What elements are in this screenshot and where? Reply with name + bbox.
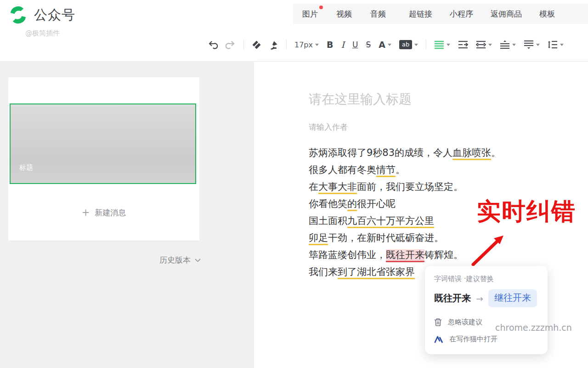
menu-item-miniprogram[interactable]: 小程序 [450, 9, 473, 19]
page-title: 公众号 [34, 6, 75, 24]
align-icon [434, 40, 444, 49]
toolbar-separator [286, 40, 287, 50]
plus-icon: + [82, 208, 90, 218]
indent-button[interactable] [458, 40, 468, 49]
text-segment: 很开心呢 [357, 198, 396, 209]
chevron-down-icon [560, 44, 564, 46]
red-arrow-icon [467, 231, 509, 269]
new-message-button[interactable]: + 新建消息 [8, 207, 199, 218]
popup-header: 字词错误 ·建议替换 [434, 275, 538, 283]
writingcat-logo-icon [434, 335, 443, 343]
undo-button[interactable] [208, 40, 218, 49]
suggestion-row: 既往开来 → 继往开来 [434, 289, 538, 307]
menu-item-hyperlink[interactable]: 超链接 [409, 9, 432, 19]
line-height-icon [548, 40, 558, 49]
open-in-writingcat-button[interactable]: 在写作猫中打开 [434, 335, 538, 344]
chevron-down-icon [315, 44, 319, 46]
text-line[interactable]: 在大事大非面前，我们要立场坚定。 [309, 178, 501, 196]
brand: 公众号 [8, 5, 75, 25]
format-painter-button[interactable] [269, 40, 278, 50]
italic-button[interactable]: I [341, 40, 345, 50]
align-button[interactable] [434, 40, 450, 49]
toolbar-separator [243, 40, 244, 50]
text-segment: 面前，我们要立场坚定。 [357, 181, 463, 192]
eraser-icon [252, 40, 261, 50]
brush-icon [269, 40, 278, 50]
text-line[interactable]: 很多人都有冬奥情节。 [309, 161, 501, 178]
indent-icon [458, 40, 468, 49]
chevron-down-icon [488, 44, 492, 46]
font-size-select[interactable]: 17px [294, 40, 319, 49]
text-segment: 筚路蓝缕创伟业， [309, 249, 386, 260]
tool-menu: 超链接 小程序 返佣商品 模板 [404, 4, 588, 24]
official-account-logo-icon [8, 5, 28, 25]
menu-item-image[interactable]: 图片 [302, 9, 318, 19]
error-underlined-word[interactable]: 九百六十万平方公里 [347, 215, 434, 228]
insert-menu: 图片 视频 音频 [293, 4, 413, 24]
suggestion-button[interactable]: 继往开来 [488, 289, 537, 307]
text-segment: 你看他笑 [309, 198, 347, 209]
redo-icon [226, 40, 236, 49]
text-segment: 。 [396, 164, 405, 175]
line-height-button[interactable] [548, 40, 564, 49]
font-color-button[interactable]: A [379, 40, 391, 50]
error-underlined-word[interactable]: 血脉喷张 [452, 147, 491, 160]
message-card[interactable]: 标题 + 新建消息 [8, 77, 199, 241]
spacing-button[interactable] [476, 40, 492, 49]
text-segment: 苏炳添取得了9秒83的成绩，令人 [309, 147, 452, 158]
text-line[interactable]: 国土面积九百六十万平方公里 [309, 213, 501, 230]
chevron-down-icon [536, 44, 540, 46]
author-input[interactable]: 请输入作者 [309, 122, 348, 132]
error-underlined-word[interactable]: 到了湖北省张家界 [338, 266, 415, 279]
wrong-word: 既往开来 [434, 292, 471, 305]
text-line[interactable]: 你看他笑的很开心呢 [309, 196, 501, 213]
wechat-official-account-editor: 公众号 @极简插件 图片 视频 音频 超链接 小程序 返佣商品 模板 [0, 0, 588, 368]
margin-top-icon [500, 40, 510, 49]
site-watermark: chrome.zzzmh.cn [495, 322, 572, 333]
highlight-color-button[interactable]: ab [399, 40, 418, 49]
menu-item-rebate-goods[interactable]: 返佣商品 [491, 9, 522, 19]
spacing-icon [476, 40, 486, 49]
text-segment: 。 [491, 147, 501, 158]
error-underlined-word[interactable]: 的 [347, 198, 357, 211]
margin-bottom-icon [524, 40, 534, 49]
menu-item-audio[interactable]: 音频 [370, 9, 386, 19]
error-underlined-word[interactable]: 大事大非 [318, 181, 357, 194]
margin-bottom-button[interactable] [524, 40, 540, 49]
text-segment: 很多人都有冬奥 [309, 164, 376, 175]
error-underlined-word[interactable]: 卯足 [309, 232, 328, 245]
text-segment: 在 [309, 181, 318, 192]
plugin-watermark: @极简插件 [25, 29, 60, 38]
strikethrough-button[interactable]: S [366, 40, 371, 49]
text-segment: 我们来 [309, 266, 338, 277]
history-version-button[interactable]: 历史版本 [0, 255, 201, 265]
chevron-down-icon [195, 259, 201, 262]
chevron-down-icon [447, 44, 450, 46]
arrow-right-icon: → [476, 293, 483, 304]
realtime-correction-annotation: 实时纠错 [477, 196, 576, 228]
chevron-down-icon [512, 44, 516, 46]
bold-button[interactable]: B [327, 40, 333, 50]
chevron-down-icon [388, 44, 391, 46]
correction-popup: 字词错误 ·建议替换 既往开来 → 继往开来 忽略该建议 在写作猫中打开 [425, 266, 548, 354]
chevron-down-icon [414, 44, 418, 46]
notification-dot [319, 6, 323, 9]
menu-item-template[interactable]: 模板 [539, 9, 555, 19]
text-line[interactable]: 苏炳添取得了9秒83的成绩，令人血脉喷张。 [309, 144, 501, 161]
text-segment: 铸辉煌。 [424, 249, 463, 260]
menu-item-video[interactable]: 视频 [336, 9, 352, 19]
text-segment: 国土面积 [309, 215, 347, 226]
underline-button[interactable]: U [352, 40, 358, 49]
clear-format-button[interactable] [252, 40, 261, 50]
title-input[interactable]: 请在这里输入标题 [309, 91, 412, 108]
toolbar-separator [426, 40, 426, 50]
article-thumbnail[interactable]: 标题 [10, 104, 196, 184]
redo-button[interactable] [226, 40, 236, 49]
error-highlighted-word[interactable]: 既往开来 [386, 249, 424, 262]
margin-top-button[interactable] [500, 40, 516, 49]
text-segment: 干劲，在新时代砥砺奋进。 [328, 232, 444, 243]
thumbnail-title-label: 标题 [19, 163, 33, 172]
undo-icon [208, 40, 218, 49]
error-underlined-word[interactable]: 情节 [376, 164, 396, 177]
message-sidebar: 标题 + 新建消息 历史版本 [0, 62, 254, 368]
